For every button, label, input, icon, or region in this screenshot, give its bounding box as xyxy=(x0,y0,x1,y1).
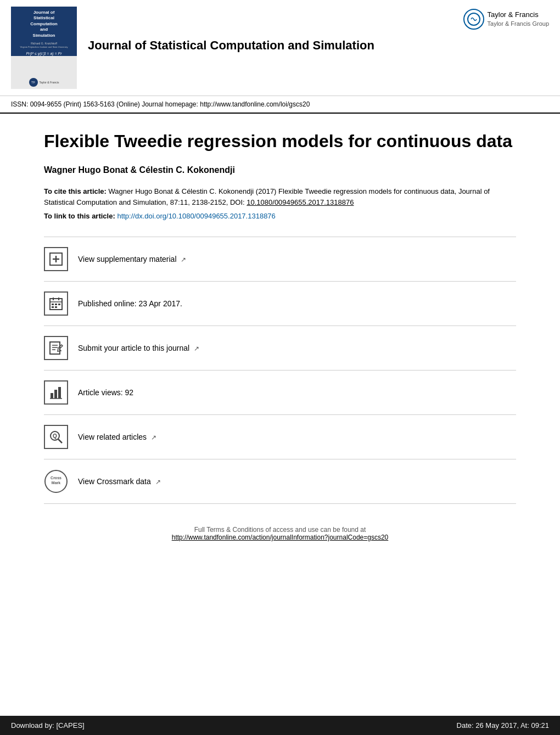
footer-date: Date: 26 May 2017, At: 09:21 xyxy=(457,721,549,730)
chart-svg xyxy=(48,385,64,400)
calendar-svg xyxy=(48,296,64,311)
svg-text:Mark: Mark xyxy=(52,481,60,485)
external-link-icon: ↗ xyxy=(181,256,186,263)
plus-icon xyxy=(48,251,64,267)
crossmark-svg: Cross Mark xyxy=(44,469,68,493)
calendar-icon xyxy=(44,291,68,316)
footer-center-text: Full Terms & Conditions of access and us… xyxy=(44,526,516,574)
date-label: Date: xyxy=(457,721,474,730)
crossmark-icon: Cross Mark xyxy=(44,469,68,493)
article-title: Flexible Tweedie regression models for c… xyxy=(44,130,516,152)
edit-svg xyxy=(48,340,64,356)
action-submit: Submit your article to this journal ↗ xyxy=(44,326,516,371)
journal-title-area: Journal of Statistical Computation and S… xyxy=(88,38,549,58)
link-block: To link to this article: http://dx.doi.o… xyxy=(44,212,516,220)
svg-rect-10 xyxy=(58,304,60,305)
external-link-icon3: ↗ xyxy=(151,434,156,441)
page-header: Journal of Statistical Computation and S… xyxy=(0,0,560,96)
download-label: Download by: xyxy=(11,721,54,730)
search-q-svg: Q xyxy=(48,429,64,445)
issn-bar: ISSN: 0094-9655 (Print) 1563-5163 (Onlin… xyxy=(0,96,560,114)
main-content: Flexible Tweedie regression models for c… xyxy=(0,114,560,591)
tf-logo-icon xyxy=(467,12,481,26)
svg-text:Cross: Cross xyxy=(51,476,61,480)
related-label[interactable]: View related articles ↗ xyxy=(78,433,156,441)
cite-doi-link[interactable]: 10.1080/00949655.2017.1318876 xyxy=(247,198,354,206)
submit-icon xyxy=(44,336,68,360)
svg-line-23 xyxy=(58,439,62,443)
action-published: Published online: 23 Apr 2017. xyxy=(44,282,516,326)
views-label: Article views: 92 xyxy=(78,388,133,397)
cover-title: Journal of Statistical Computation and S… xyxy=(30,10,57,38)
full-terms-text: Full Terms & Conditions of access and us… xyxy=(44,526,516,534)
svg-rect-9 xyxy=(55,304,57,305)
citation-block: To cite this article: Wagner Hugo Bonat … xyxy=(44,186,516,207)
chart-icon xyxy=(44,380,68,405)
svg-rect-11 xyxy=(52,306,54,308)
journal-homepage-link[interactable]: http://www.tandfonline.com/loi/gscs20 xyxy=(200,100,310,108)
external-link-icon4: ↗ xyxy=(155,478,161,486)
journal-cover: Journal of Statistical Computation and S… xyxy=(11,7,77,89)
supplementary-icon xyxy=(44,247,68,271)
link-label: To link to this article: xyxy=(44,212,115,220)
svg-rect-18 xyxy=(51,393,53,399)
full-terms-url[interactable]: http://www.tandfonline.com/action/journa… xyxy=(172,534,389,541)
article-authors: Wagner Hugo Bonat & Célestin C. Kokonend… xyxy=(44,165,516,175)
external-link-icon2: ↗ xyxy=(194,345,199,352)
issn-text: ISSN: 0094-9655 (Print) 1563-5163 (Onlin… xyxy=(11,100,200,108)
related-icon: Q xyxy=(44,425,68,449)
svg-rect-12 xyxy=(55,306,57,308)
article-doi-link[interactable]: http://dx.doi.org/10.1080/00949655.2017.… xyxy=(117,212,275,220)
submit-label[interactable]: Submit your article to this journal ↗ xyxy=(78,344,199,352)
svg-rect-20 xyxy=(58,387,61,399)
tf-logo-text: Taylor & Francis Taylor & Francis Group xyxy=(488,10,549,27)
crossmark-label[interactable]: View Crossmark data ↗ xyxy=(78,477,161,486)
svg-marker-17 xyxy=(58,345,63,351)
action-views: Article views: 92 xyxy=(44,371,516,415)
footer-download: Download by: [CAPES] xyxy=(11,721,85,730)
footer-bar: Download by: [CAPES] Date: 26 May 2017, … xyxy=(0,716,560,735)
taylor-francis-logo: Taylor & Francis Taylor & Francis Group xyxy=(463,9,549,30)
action-crossmark: Cross Mark View Crossmark data ↗ xyxy=(44,459,516,504)
cite-label: To cite this article: xyxy=(44,187,107,195)
tf-logo-circle xyxy=(463,9,484,30)
journal-title: Journal of Statistical Computation and S… xyxy=(88,38,549,54)
svg-rect-8 xyxy=(52,304,54,305)
action-related: Q View related articles ↗ xyxy=(44,415,516,459)
action-supplementary: View supplementary material ↗ xyxy=(44,237,516,282)
supplementary-label[interactable]: View supplementary material ↗ xyxy=(78,255,186,263)
svg-text:Q: Q xyxy=(53,433,57,439)
published-label: Published online: 23 Apr 2017. xyxy=(78,299,182,308)
actions-list: View supplementary material ↗ P xyxy=(44,237,516,504)
date-value: 26 May 2017, At: 09:21 xyxy=(475,721,549,730)
download-value: [CAPES] xyxy=(56,721,84,730)
svg-rect-19 xyxy=(54,390,57,399)
